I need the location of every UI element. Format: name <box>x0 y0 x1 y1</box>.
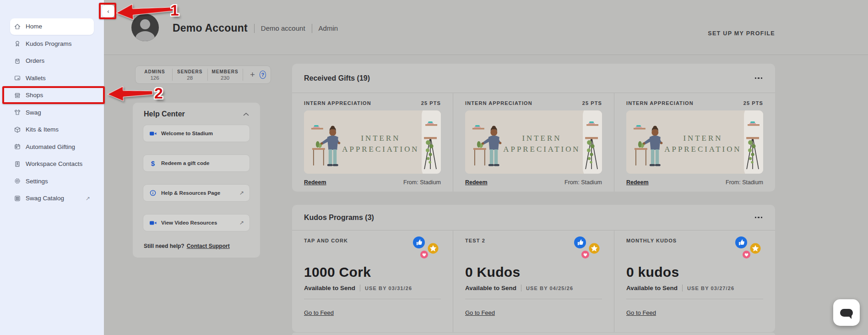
received-gifts-panel: Received Gifts (19) INTERN APPRECIATION … <box>292 64 775 192</box>
star-icon <box>750 243 761 254</box>
divider <box>521 285 521 291</box>
chevron-left-icon: ‹ <box>107 8 109 15</box>
add-icon[interactable]: + <box>245 70 260 80</box>
gift-from: From: Stadium <box>564 179 602 186</box>
help-item-redeem-gift-code[interactable]: $ Redeem a gift code <box>143 154 250 172</box>
kudos-amount: 0 kudos <box>626 264 763 280</box>
next-panel-edge <box>292 333 775 335</box>
sidebar-item-label: Workspace Contacts <box>26 160 82 167</box>
external-link-icon: ↗ <box>86 195 90 202</box>
svg-text:APPRECIATION: APPRECIATION <box>664 145 741 154</box>
sidebar-item-workspace-contacts[interactable]: Workspace Contacts <box>0 155 104 173</box>
svg-text:APPRECIATION: APPRECIATION <box>342 145 419 154</box>
sidebar-item-orders[interactable]: Orders <box>0 52 104 70</box>
cube-icon <box>14 126 21 133</box>
overflow-menu-icon[interactable] <box>754 75 764 82</box>
help-item-welcome[interactable]: Welcome to Stadium <box>143 125 250 142</box>
gift-image[interactable]: INTERN APPRECIATION <box>626 110 763 174</box>
storefront-icon <box>14 92 21 99</box>
thumbs-up-icon <box>574 236 586 249</box>
stat-label: MEMBERS <box>211 69 240 74</box>
thumbs-up-icon <box>412 236 425 249</box>
help-item-label: Redeem a gift code <box>161 160 209 166</box>
go-to-feed-link[interactable]: Go to Feed <box>465 309 495 316</box>
kudos-card: TEST 2 0 Kudos Available to Send USE BY … <box>453 231 614 332</box>
stat-members: MEMBERS 230 <box>211 69 240 81</box>
sidebar-item-kits-items[interactable]: Kits & Items <box>0 121 104 138</box>
use-by-label: USE BY 03/31/26 <box>365 286 412 291</box>
available-label: Available to Send <box>465 285 516 291</box>
divider <box>207 69 208 81</box>
calendar-icon <box>14 143 21 150</box>
home-icon <box>14 23 21 30</box>
sidebar-item-wallets[interactable]: Wallets <box>0 70 104 87</box>
gift-card: INTERN APPRECIATION 25 PTS <box>453 93 614 192</box>
divider <box>172 69 173 81</box>
help-item-video-resources[interactable]: View Video Resources ↗ <box>143 214 250 231</box>
stat-label: SENDERS <box>175 69 205 74</box>
avatar-shoulders <box>136 31 155 41</box>
sidebar-item-label: Kudos Programs <box>26 40 72 47</box>
set-up-profile-link[interactable]: SET UP MY PROFILE <box>708 30 775 37</box>
sidebar-item-swag-catalog[interactable]: Swag Catalog ↗ <box>0 190 104 207</box>
thumbs-up-icon <box>735 236 748 249</box>
kudos-programs-panel: Kudos Programs (3) TAP AND CORK 1000 Cor… <box>292 205 775 332</box>
chevron-up-icon[interactable] <box>243 110 249 118</box>
sidebar-item-automated-gifting[interactable]: Automated Gifting <box>0 138 104 156</box>
kudos-card: MONTHLY KUDOS 0 kudos Available to Send … <box>614 231 775 332</box>
reaction-icons <box>412 236 441 258</box>
help-item-label: Welcome to Stadium <box>161 131 213 136</box>
go-to-feed-link[interactable]: Go to Feed <box>304 309 334 316</box>
sidebar-item-swag[interactable]: Swag <box>0 104 104 121</box>
external-link-icon: ↗ <box>239 220 244 226</box>
still-need-help-text: Still need help? <box>144 243 184 249</box>
contact-card-icon <box>14 160 21 168</box>
sidebar-item-shops[interactable]: Shops <box>0 87 104 104</box>
divider <box>312 24 312 33</box>
help-item-label: Help & Resources Page <box>161 190 220 196</box>
kudos-amount: 1000 Cork <box>304 264 441 280</box>
divider <box>626 299 763 299</box>
award-icon <box>14 40 21 47</box>
gift-image[interactable]: INTERN APPRECIATION <box>465 110 602 174</box>
sidebar-item-label: Settings <box>26 178 48 185</box>
sidebar-item-settings[interactable]: Settings <box>0 173 104 190</box>
sidebar-item-label: Kits & Items <box>26 126 59 133</box>
gift-card: INTERN APPRECIATION 25 PTS <box>614 93 775 192</box>
kudos-name: TEST 2 <box>465 238 485 243</box>
gift-name: INTERN APPRECIATION <box>465 100 532 106</box>
divider <box>465 299 602 299</box>
wallet-icon <box>14 74 21 82</box>
available-label: Available to Send <box>626 285 678 291</box>
overflow-menu-icon[interactable] <box>754 214 764 221</box>
use-by-label: USE BY 03/27/26 <box>687 286 734 291</box>
sidebar-collapse-button[interactable]: ‹ <box>102 5 114 17</box>
gift-image[interactable]: INTERN APPRECIATION <box>304 110 441 174</box>
gift-points: 25 PTS <box>743 100 763 106</box>
sidebar-item-label: Shops <box>26 92 43 99</box>
dollar-icon: $ <box>149 159 157 167</box>
contact-support-link[interactable]: Contact Support <box>187 243 230 249</box>
divider <box>304 299 441 299</box>
workspace-stats-card: ADMINS 126 SENDERS 28 MEMBERS 230 + ? <box>135 66 271 84</box>
sidebar-item-home[interactable]: Home <box>0 18 104 35</box>
redeem-link[interactable]: Redeem <box>304 179 326 186</box>
gift-from: From: Stadium <box>403 179 441 186</box>
svg-text:INTERN: INTERN <box>683 134 722 143</box>
info-icon <box>149 189 157 197</box>
help-question-icon[interactable]: ? <box>260 71 266 79</box>
go-to-feed-link[interactable]: Go to Feed <box>626 309 656 316</box>
kudos-programs-title: Kudos Programs (3) <box>304 214 374 222</box>
sidebar-item-kudos-programs[interactable]: Kudos Programs <box>0 35 104 53</box>
chat-widget-button[interactable] <box>833 299 860 326</box>
gift-card: INTERN APPRECIATION 25 PTS <box>292 93 453 192</box>
stat-senders: SENDERS 28 <box>175 69 205 81</box>
divider <box>360 285 360 291</box>
grid-icon <box>14 195 21 202</box>
redeem-link[interactable]: Redeem <box>465 179 488 186</box>
avatar[interactable] <box>131 14 159 41</box>
help-item-resources-page[interactable]: Help & Resources Page ↗ <box>143 184 250 202</box>
svg-text:INTERN: INTERN <box>522 134 561 143</box>
stat-value: 230 <box>211 75 240 81</box>
redeem-link[interactable]: Redeem <box>626 179 649 186</box>
